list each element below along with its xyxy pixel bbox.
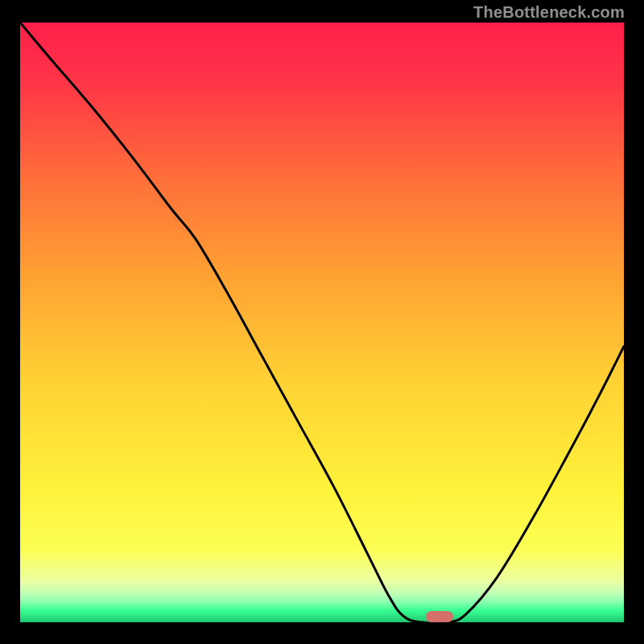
plot-area bbox=[20, 23, 624, 622]
optimal-point-marker bbox=[426, 611, 453, 622]
chart-frame: TheBottleneck.com bbox=[0, 0, 644, 644]
watermark-text: TheBottleneck.com bbox=[473, 3, 625, 22]
bottleneck-curve bbox=[20, 23, 624, 622]
